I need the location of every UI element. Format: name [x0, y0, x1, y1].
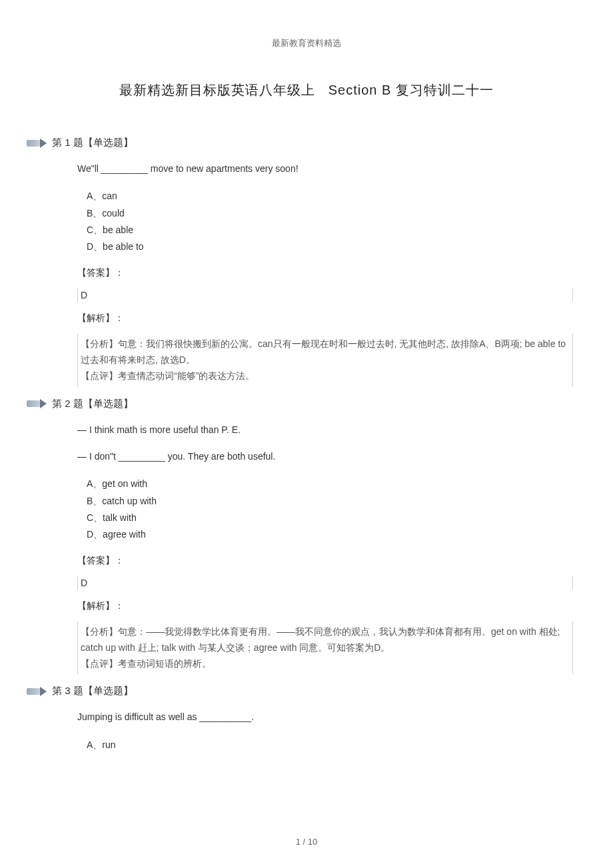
option-d: D、be able to [87, 238, 573, 255]
swoosh-icon [27, 399, 48, 408]
question-number: 第 2 题【单选题】 [52, 398, 133, 410]
option-a: A、get on with [87, 476, 573, 492]
answer-label: 【答案】： [77, 555, 573, 567]
swoosh-icon [27, 687, 48, 696]
question-number: 第 3 题【单选题】 [52, 685, 133, 697]
page-footer: 1 / 10 [0, 837, 613, 847]
question-stem: Jumping is difficult as well as ________… [77, 709, 573, 724]
option-b: B、could [87, 205, 573, 222]
question-stem: We"ll _________ move to new apartments v… [77, 161, 573, 176]
question-heading: 第 2 题【单选题】 [27, 398, 573, 410]
analysis-line: 【分析】句意：我们将很快搬到新的公寓。can只有一般现在时和一般过去时, 无其他… [81, 336, 570, 368]
answer-box: D [77, 288, 573, 302]
question-number: 第 1 题【单选题】 [52, 137, 133, 149]
analysis-label: 【解析】： [77, 312, 573, 324]
page-title: 最新精选新目标版英语八年级上 Section B 复习特训二十一 [40, 81, 573, 99]
option-d: D、agree with [87, 526, 573, 543]
option-c: C、talk with [87, 510, 573, 526]
title-right: Section B 复习特训二十一 [328, 83, 494, 97]
analysis-line: 【分析】句意：——我觉得数学比体育更有用。——我不同意你的观点，我认为数学和体育… [81, 624, 570, 656]
option-b: B、catch up with [87, 493, 573, 510]
page-header: 最新教育资料精选 [40, 37, 573, 49]
answer-label: 【答案】： [77, 267, 573, 279]
swoosh-icon [27, 139, 48, 148]
analysis-box: 【分析】句意：我们将很快搬到新的公寓。can只有一般现在时和一般过去时, 无其他… [77, 334, 573, 386]
question-heading: 第 3 题【单选题】 [27, 685, 573, 697]
question-stem: — I think math is more useful than P. E. [77, 422, 573, 437]
title-left: 最新精选新目标版英语八年级上 [119, 83, 315, 97]
option-a: A、can [87, 188, 573, 205]
answer-box: D [77, 576, 573, 590]
analysis-line: 【点评】考查动词短语的辨析。 [81, 656, 570, 672]
analysis-line: 【点评】考查情态动词“能够”的表达方法。 [81, 368, 570, 384]
question-stem: — I don"t _________ you. They are both u… [77, 449, 573, 464]
option-c: C、be able [87, 222, 573, 238]
analysis-label: 【解析】： [77, 600, 573, 612]
question-heading: 第 1 题【单选题】 [27, 137, 573, 149]
analysis-box: 【分析】句意：——我觉得数学比体育更有用。——我不同意你的观点，我认为数学和体育… [77, 622, 573, 674]
option-a: A、run [87, 737, 573, 753]
